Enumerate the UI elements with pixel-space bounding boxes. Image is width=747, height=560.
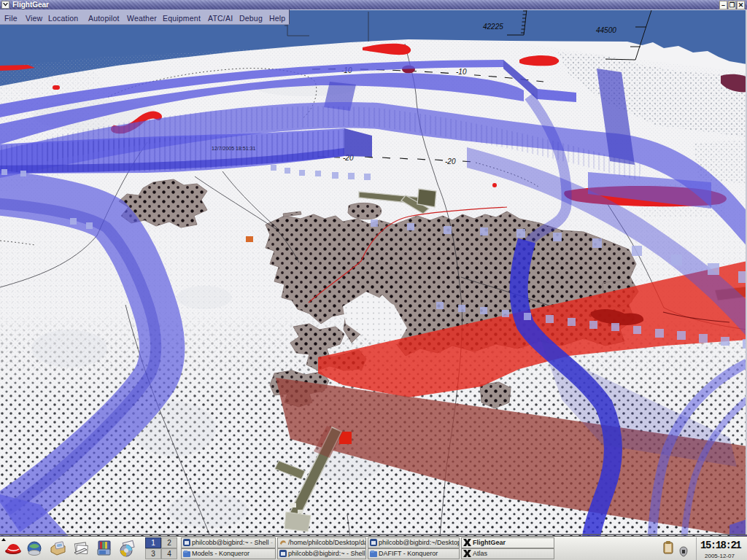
svg-text:12/7/2005 18:51:31: 12/7/2005 18:51:31: [212, 146, 255, 151]
svg-text:42225: 42225: [483, 23, 503, 31]
svg-text:-10: -10: [456, 68, 467, 76]
svg-text:-20: -20: [445, 158, 456, 166]
svg-text:44500: 44500: [596, 26, 616, 34]
